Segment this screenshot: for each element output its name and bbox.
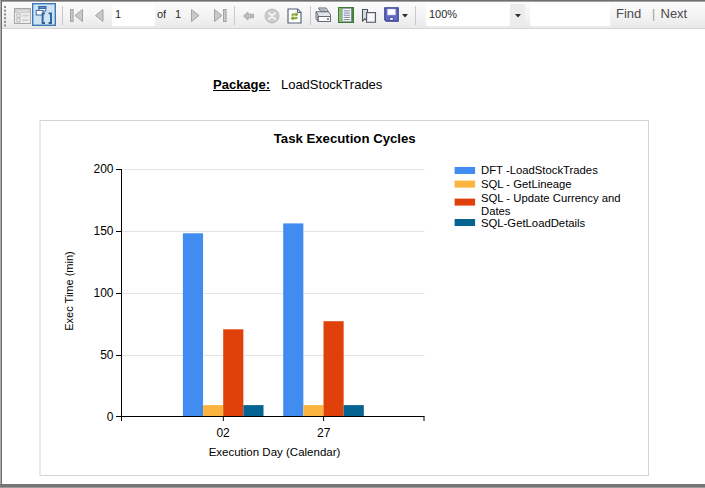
svg-text:Exec Time (min): Exec Time (min): [63, 251, 75, 330]
svg-text:02: 02: [216, 426, 230, 440]
svg-text:100: 100: [93, 286, 113, 300]
svg-text:DFT -LoadStockTrades: DFT -LoadStockTrades: [481, 164, 598, 176]
svg-text:200: 200: [93, 162, 113, 176]
svg-text:150: 150: [93, 224, 113, 238]
svg-text:50: 50: [100, 348, 114, 362]
svg-text:Task Execution Cycles: Task Execution Cycles: [274, 131, 416, 146]
svg-text:SQL - GetLineage: SQL - GetLineage: [481, 178, 572, 190]
svg-text:Dates: Dates: [481, 205, 511, 217]
svg-text:Execution Day (Calendar): Execution Day (Calendar): [209, 446, 341, 458]
svg-text:0: 0: [107, 410, 114, 424]
svg-text:27: 27: [317, 426, 331, 440]
svg-text:SQL - Update Currency and: SQL - Update Currency and: [481, 192, 621, 204]
svg-text:SQL-GetLoadDetails: SQL-GetLoadDetails: [481, 217, 586, 229]
